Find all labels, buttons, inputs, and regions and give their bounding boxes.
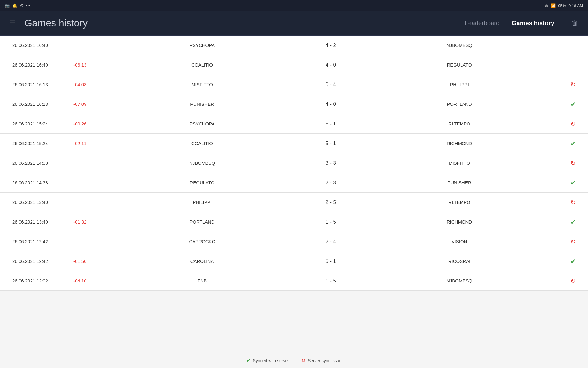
table-row[interactable]: 26.06.2021 12:02 -04:10 TNB 1 - 5 NJBOMB…: [0, 271, 588, 291]
game-score: 4 - 0: [300, 101, 361, 107]
game-team1: COALITIO: [104, 141, 300, 146]
game-score: 2 - 5: [300, 199, 361, 205]
game-team1: PSYCHOPA: [104, 43, 300, 48]
status-bar: 📷 🔔 ⏱ ••• ⊛ 📶 95% 9:18 AM: [0, 0, 588, 11]
status-bar-right: ⊛ 📶 95% 9:18 AM: [545, 3, 583, 8]
game-offset: -04:10: [74, 278, 104, 283]
status-issue-icon: [557, 199, 576, 206]
game-datetime: 26.06.2021 16:13: [12, 82, 74, 87]
game-score: 0 - 4: [300, 82, 361, 88]
game-datetime: 26.06.2021 16:40: [12, 43, 74, 48]
nav-links: Leaderboard Games history 🗑: [465, 19, 578, 27]
status-synced-icon: [557, 218, 576, 226]
time-label: 9:18 AM: [568, 3, 583, 8]
game-team1: PORTLAND: [104, 219, 300, 224]
game-score: 3 - 3: [300, 160, 361, 166]
game-team2: PUNISHER: [361, 180, 557, 185]
game-team1: CAPROCKC: [104, 239, 300, 244]
game-datetime: 26.06.2021 14:38: [12, 160, 74, 166]
table-row[interactable]: 26.06.2021 13:40 -01:32 PORTLAND 1 - 5 R…: [0, 212, 588, 232]
status-issue-icon: [557, 238, 576, 245]
game-team1: PHILIPPI: [104, 200, 300, 205]
trash-icon[interactable]: 🗑: [571, 19, 578, 27]
games-list: 26.06.2021 16:40 PSYCHOPA 4 - 2 NJBOMBSQ…: [0, 36, 588, 353]
table-row[interactable]: 26.06.2021 12:42 CAPROCKC 2 - 4 VISION: [0, 232, 588, 251]
game-score: 2 - 3: [300, 180, 361, 186]
table-row[interactable]: 26.06.2021 15:24 -02:11 COALITIO 5 - 1 R…: [0, 134, 588, 153]
games-history-link[interactable]: Games history: [512, 20, 554, 27]
game-offset: -07:09: [74, 102, 104, 107]
table-row[interactable]: 26.06.2021 16:40 PSYCHOPA 4 - 2 NJBOMBSQ: [0, 36, 588, 55]
game-team2: RICHMOND: [361, 219, 557, 224]
battery-label: 95%: [558, 3, 566, 8]
status-issue-icon: [557, 159, 576, 167]
game-score: 1 - 5: [300, 278, 361, 284]
status-synced-icon: [557, 179, 576, 186]
game-score: 4 - 0: [300, 62, 361, 68]
game-team2: NJBOMBSQ: [361, 43, 557, 48]
game-offset: -02:11: [74, 141, 104, 146]
game-team1: COALITIO: [104, 62, 300, 67]
game-team1: MISFITTO: [104, 82, 300, 87]
status-issue-icon: [557, 81, 576, 88]
game-score: 5 - 1: [300, 140, 361, 147]
game-team2: RICOSRAI: [361, 259, 557, 264]
table-row[interactable]: 26.06.2021 16:13 -04:03 MISFITTO 0 - 4 P…: [0, 75, 588, 94]
game-team1: REGULATO: [104, 180, 300, 185]
game-team2: PHILIPPI: [361, 82, 557, 87]
bluetooth-icon: ⊛: [545, 3, 548, 8]
hamburger-menu[interactable]: ☰: [10, 19, 16, 27]
status-issue-icon: [557, 277, 576, 285]
game-team2: NJBOMBSQ: [361, 278, 557, 283]
dots-icon: •••: [26, 3, 30, 8]
game-team1: NJBOMBSQ: [104, 160, 300, 166]
wifi-icon: 📶: [551, 3, 556, 8]
status-synced-icon: [557, 258, 576, 265]
clock-icon: ⏱: [20, 3, 24, 8]
game-datetime: 26.06.2021 12:42: [12, 239, 74, 244]
game-team2: REGULATO: [361, 62, 557, 67]
top-nav: ☰ Games history Leaderboard Games histor…: [0, 11, 588, 36]
game-team2: MISFITTO: [361, 160, 557, 166]
leaderboard-link[interactable]: Leaderboard: [465, 20, 499, 27]
status-bar-left: 📷 🔔 ⏱ •••: [5, 3, 30, 8]
game-offset: -06:13: [74, 62, 104, 67]
game-score: 5 - 1: [300, 121, 361, 127]
synced-legend-label: Synced with server: [253, 358, 289, 363]
game-team1: PSYCHOPA: [104, 121, 300, 126]
table-row[interactable]: 26.06.2021 12:42 -01:50 CAROLINA 5 - 1 R…: [0, 251, 588, 271]
game-datetime: 26.06.2021 13:40: [12, 219, 74, 224]
game-datetime: 26.06.2021 15:24: [12, 121, 74, 126]
table-row[interactable]: 26.06.2021 15:24 -00:26 PSYCHOPA 5 - 1 R…: [0, 114, 588, 134]
table-row[interactable]: 26.06.2021 16:40 -06:13 COALITIO 4 - 0 R…: [0, 55, 588, 75]
table-row[interactable]: 26.06.2021 16:13 -07:09 PUNISHER 4 - 0 P…: [0, 94, 588, 114]
game-datetime: 26.06.2021 12:02: [12, 278, 74, 283]
game-datetime: 26.06.2021 15:24: [12, 141, 74, 146]
bell-icon: 🔔: [12, 3, 17, 8]
game-score: 1 - 5: [300, 219, 361, 225]
game-score: 2 - 4: [300, 239, 361, 245]
game-team2: RICHMOND: [361, 141, 557, 146]
game-offset: -01:50: [74, 259, 104, 264]
game-team2: RLTEMPO: [361, 121, 557, 126]
synced-legend-icon: [247, 358, 251, 363]
table-row[interactable]: 26.06.2021 14:38 REGULATO 2 - 3 PUNISHER: [0, 173, 588, 193]
status-synced-icon: [557, 101, 576, 108]
game-score: 4 - 2: [300, 42, 361, 48]
synced-legend: Synced with server: [247, 358, 289, 363]
table-row[interactable]: 26.06.2021 14:38 NJBOMBSQ 3 - 3 MISFITTO: [0, 153, 588, 173]
game-team1: PUNISHER: [104, 102, 300, 107]
game-offset: -00:26: [74, 121, 104, 126]
table-row[interactable]: 26.06.2021 13:40 PHILIPPI 2 - 5 RLTEMPO: [0, 193, 588, 212]
game-team2: PORTLAND: [361, 102, 557, 107]
game-datetime: 26.06.2021 16:40: [12, 62, 74, 67]
game-team1: CAROLINA: [104, 259, 300, 264]
game-offset: -04:03: [74, 82, 104, 87]
game-team2: VISION: [361, 239, 557, 244]
status-synced-icon: [557, 140, 576, 147]
footer: Synced with server Server sync issue: [0, 353, 588, 368]
page-title: Games history: [24, 17, 465, 29]
game-datetime: 26.06.2021 16:13: [12, 102, 74, 107]
game-score: 5 - 1: [300, 258, 361, 264]
game-team2: RLTEMPO: [361, 200, 557, 205]
